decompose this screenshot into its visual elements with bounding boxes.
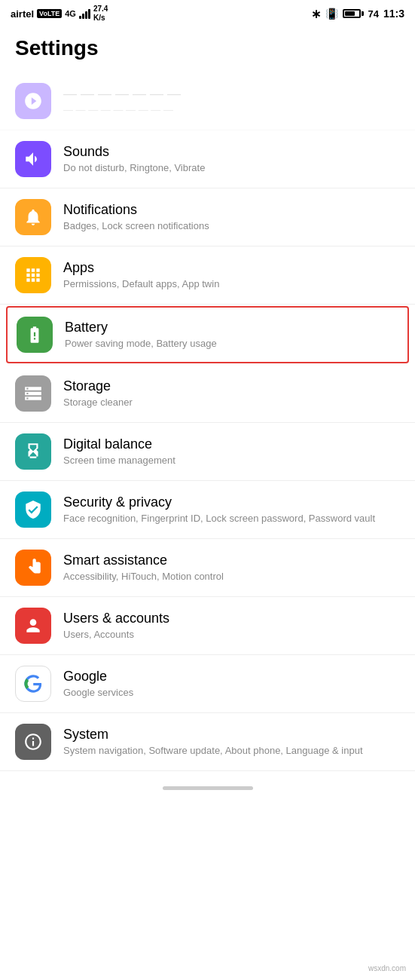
- apps-title: Apps: [63, 260, 400, 276]
- network-speed: 27.4K/s: [93, 5, 108, 23]
- notifications-title: Notifications: [63, 202, 400, 218]
- time: 11:3: [383, 8, 404, 20]
- storage-text: Storage Storage cleaner: [63, 378, 400, 409]
- status-right: ∗ 📳 74 11:3: [311, 7, 405, 21]
- google-icon-wrapper: [15, 666, 51, 702]
- users-accounts-title: Users & accounts: [63, 611, 400, 626]
- apps-icon-wrapper: [15, 257, 51, 293]
- settings-item-security-privacy[interactable]: Security & privacy Face recognition, Fin…: [0, 481, 415, 539]
- home-bar: [163, 786, 253, 790]
- digital-balance-text: Digital balance Screen time management: [63, 436, 400, 467]
- hand-icon: [23, 558, 43, 577]
- users-icon-wrapper: [15, 608, 51, 644]
- settings-item-sounds[interactable]: Sounds Do not disturb, Ringtone, Vibrate: [0, 130, 415, 188]
- partial-icon: [15, 83, 51, 119]
- watermark: wsxdn.com: [365, 963, 409, 974]
- partial-item[interactable]: — — — — — — — — — — — — — — — —: [0, 72, 415, 130]
- storage-icon: [23, 384, 43, 403]
- settings-item-google[interactable]: Google Google services: [0, 655, 415, 713]
- info-icon: [23, 732, 43, 752]
- google-icon: [23, 673, 44, 694]
- system-title: System: [63, 727, 400, 743]
- system-subtitle: System navigation, Software update, Abou…: [63, 745, 400, 758]
- shield-icon: [23, 500, 43, 519]
- battery-title: Battery: [65, 320, 398, 335]
- google-title: Google: [63, 669, 400, 684]
- settings-item-storage[interactable]: Storage Storage cleaner: [0, 365, 415, 423]
- volte-badge: VoLTE: [37, 9, 62, 18]
- vibrate-icon: 📳: [325, 8, 338, 20]
- notifications-text: Notifications Badges, Lock screen notifi…: [63, 202, 400, 233]
- battery-icon: [343, 9, 364, 18]
- sounds-title: Sounds: [63, 144, 400, 160]
- battery-icon-wrapper: [17, 317, 53, 353]
- settings-item-notifications[interactable]: Notifications Badges, Lock screen notifi…: [0, 188, 415, 247]
- settings-item-apps[interactable]: Apps Permissions, Default apps, App twin: [0, 247, 415, 305]
- google-text: Google Google services: [63, 669, 400, 700]
- person-icon: [23, 616, 43, 635]
- security-privacy-text: Security & privacy Face recognition, Fin…: [63, 495, 400, 525]
- carrier-name: airtel: [11, 8, 34, 20]
- sounds-icon-wrapper: [15, 141, 51, 177]
- sounds-text: Sounds Do not disturb, Ringtone, Vibrate: [63, 144, 400, 175]
- bluetooth-icon: ∗: [311, 7, 321, 21]
- storage-icon-wrapper: [15, 375, 51, 412]
- users-accounts-text: Users & accounts Users, Accounts: [63, 611, 400, 642]
- partial-item-title: — — — — — — —: [63, 86, 400, 102]
- security-icon-wrapper: [15, 492, 51, 528]
- settings-list: Sounds Do not disturb, Ringtone, Vibrate…: [0, 130, 415, 771]
- users-accounts-subtitle: Users, Accounts: [63, 629, 400, 642]
- notifications-subtitle: Badges, Lock screen notifications: [63, 220, 400, 233]
- battery-level: 74: [368, 8, 379, 20]
- settings-item-system[interactable]: System System navigation, Software updat…: [0, 713, 415, 771]
- partial-item-subtitle: — — — — — — — — —: [63, 104, 400, 117]
- system-icon-wrapper: [15, 724, 51, 760]
- hourglass-icon: [23, 442, 43, 461]
- security-privacy-subtitle: Face recognition, Fingerprint ID, Lock s…: [63, 513, 400, 525]
- smart-assistance-subtitle: Accessibility, HiTouch, Motion control: [63, 571, 400, 583]
- smart-assistance-title: Smart assistance: [63, 553, 400, 568]
- home-indicator[interactable]: [0, 771, 415, 799]
- apps-subtitle: Permissions, Default apps, App twin: [63, 278, 400, 291]
- apps-text: Apps Permissions, Default apps, App twin: [63, 260, 400, 291]
- partial-icon-svg: [23, 91, 43, 111]
- battery-charging-icon: [25, 325, 44, 345]
- settings-item-digital-balance[interactable]: Digital balance Screen time management: [0, 423, 415, 481]
- page-title: Settings: [15, 36, 400, 60]
- page-title-section: Settings: [0, 27, 415, 72]
- digital-balance-title: Digital balance: [63, 436, 400, 452]
- settings-item-smart-assistance[interactable]: Smart assistance Accessibility, HiTouch,…: [0, 539, 415, 597]
- digital-balance-subtitle: Screen time management: [63, 455, 400, 467]
- network-type: 4G: [65, 9, 76, 18]
- status-left: airtel VoLTE 4G 27.4K/s: [11, 5, 108, 23]
- smart-assistance-icon-wrapper: [15, 550, 51, 586]
- partial-item-text: — — — — — — — — — — — — — — — —: [63, 86, 400, 117]
- status-bar: airtel VoLTE 4G 27.4K/s ∗ 📳 74 11:3: [0, 0, 415, 27]
- storage-subtitle: Storage cleaner: [63, 397, 400, 409]
- battery-subtitle: Power saving mode, Battery usage: [65, 338, 398, 351]
- storage-title: Storage: [63, 378, 400, 394]
- battery-text: Battery Power saving mode, Battery usage: [65, 320, 398, 351]
- bell-icon: [23, 207, 43, 227]
- apps-icon: [23, 265, 43, 285]
- system-text: System System navigation, Software updat…: [63, 727, 400, 758]
- google-subtitle: Google services: [63, 687, 400, 700]
- smart-assistance-text: Smart assistance Accessibility, HiTouch,…: [63, 553, 400, 583]
- notifications-icon-wrapper: [15, 199, 51, 235]
- settings-item-users-accounts[interactable]: Users & accounts Users, Accounts: [0, 597, 415, 655]
- signal-icon: [79, 8, 90, 19]
- digital-balance-icon-wrapper: [15, 433, 51, 470]
- security-privacy-title: Security & privacy: [63, 495, 400, 510]
- sounds-subtitle: Do not disturb, Ringtone, Vibrate: [63, 162, 400, 175]
- settings-item-battery[interactable]: Battery Power saving mode, Battery usage: [6, 306, 409, 363]
- speaker-icon: [23, 149, 43, 169]
